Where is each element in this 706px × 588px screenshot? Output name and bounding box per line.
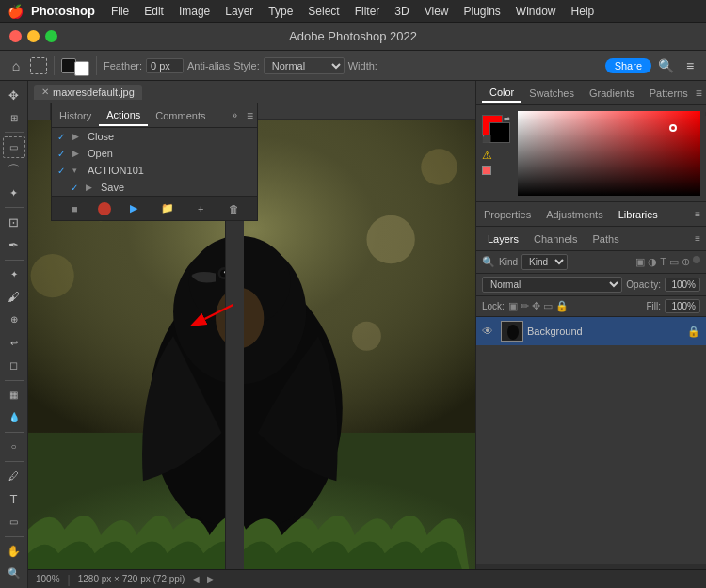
type-filter-icon[interactable]: T xyxy=(660,256,666,268)
stop-button[interactable]: ■ xyxy=(64,200,85,217)
zoom-tool[interactable]: 🔍 xyxy=(3,564,25,584)
lock-paint-icon[interactable]: ✏ xyxy=(521,300,529,312)
pen-tool[interactable]: 🖊 xyxy=(3,466,25,486)
bg-color-toolbar[interactable] xyxy=(74,61,89,76)
default-colors-icon[interactable]: ⬛ xyxy=(482,135,491,143)
blend-mode-select[interactable]: Normal Multiply Screen xyxy=(482,277,622,293)
background-color[interactable] xyxy=(489,122,510,143)
adjustment-filter-icon[interactable]: ◑ xyxy=(648,256,657,268)
menu-image[interactable]: Image xyxy=(172,3,217,20)
tab-gradients[interactable]: Gradients xyxy=(582,85,642,102)
shape-filter-icon[interactable]: ▭ xyxy=(669,256,679,268)
tab-adjustments[interactable]: Adjustments xyxy=(538,205,611,224)
filter-toggle[interactable] xyxy=(693,256,700,263)
tab-paths[interactable]: Paths xyxy=(586,230,627,247)
marquee-tool-left[interactable]: ▭ xyxy=(3,136,25,157)
tab-swatches[interactable]: Swatches xyxy=(521,85,582,102)
artboard-tool[interactable]: ⊞ xyxy=(3,107,25,128)
text-tool[interactable]: T xyxy=(3,488,25,509)
lock-transparent-icon[interactable]: ▣ xyxy=(508,300,518,312)
kind-select[interactable]: Kind xyxy=(521,254,568,270)
tab-color[interactable]: Color xyxy=(482,84,521,103)
tab-properties[interactable]: Properties xyxy=(476,205,538,224)
nav-next[interactable]: ▶ xyxy=(207,574,215,584)
color-panel-menu[interactable]: ≡ xyxy=(696,87,702,100)
canvas-tab[interactable]: ✕ maxresdefault.jpg xyxy=(34,85,142,100)
clone-stamp-tool[interactable]: ⊕ xyxy=(3,310,25,330)
action-row-open[interactable]: ✓ ▶ Open xyxy=(52,145,257,162)
blur-tool[interactable]: 💧 xyxy=(3,407,25,428)
tab-comments[interactable]: Comments xyxy=(148,106,213,125)
new-action-button[interactable]: + xyxy=(190,200,211,217)
props-menu-button[interactable]: ≡ xyxy=(689,209,706,219)
apple-menu[interactable]: 🍎 xyxy=(8,4,24,19)
eyedropper-tool[interactable]: ✒ xyxy=(3,234,25,255)
opacity-value[interactable]: 100% xyxy=(665,278,700,292)
menu-3d[interactable]: 3D xyxy=(388,3,415,20)
share-button[interactable]: Share xyxy=(605,58,651,73)
shape-tool[interactable]: ▭ xyxy=(3,511,25,532)
crop-tool[interactable]: ⊡ xyxy=(3,212,25,232)
panel-menu-button[interactable]: ≡ xyxy=(243,109,257,122)
action-row-close[interactable]: ✓ ▶ Close xyxy=(52,128,257,145)
record-button[interactable] xyxy=(98,202,111,215)
table-row[interactable]: 👁 Background 🔒 xyxy=(476,317,706,345)
gamut-warning-icon[interactable]: ⚠ xyxy=(482,149,510,162)
menu-file[interactable]: File xyxy=(104,3,136,20)
lock-artboard-icon[interactable]: ▭ xyxy=(543,300,553,312)
tab-channels[interactable]: Channels xyxy=(526,230,585,247)
small-color-swatch[interactable] xyxy=(482,166,491,175)
menu-type[interactable]: Type xyxy=(262,3,299,20)
layer-visibility-icon[interactable]: 👁 xyxy=(482,325,497,338)
fill-value[interactable]: 100% xyxy=(665,299,700,313)
action-row-save[interactable]: ✓ ▶ Save xyxy=(52,179,257,196)
tab-libraries[interactable]: Libraries xyxy=(611,205,666,224)
new-set-button[interactable]: 📁 xyxy=(157,200,178,217)
feather-value[interactable]: 0 px xyxy=(146,58,184,73)
brush-tool[interactable]: 🖌 xyxy=(3,287,25,308)
swap-colors-icon[interactable]: ⇄ xyxy=(504,115,510,123)
menu-window[interactable]: Window xyxy=(509,3,563,20)
delete-button[interactable]: 🗑 xyxy=(224,200,245,217)
eraser-tool[interactable]: ◻ xyxy=(3,355,25,375)
menu-help[interactable]: Help xyxy=(565,3,602,20)
menu-edit[interactable]: Edit xyxy=(137,3,170,20)
menu-plugins[interactable]: Plugins xyxy=(457,3,507,20)
dodge-tool[interactable]: ○ xyxy=(3,437,25,457)
style-select[interactable]: Normal Fixed Ratio Fixed Size xyxy=(264,57,345,74)
color-saturation-field[interactable] xyxy=(518,111,700,196)
menu-select[interactable]: Select xyxy=(301,3,345,20)
tab-layers[interactable]: Layers xyxy=(480,230,526,247)
panel-more-button[interactable]: » xyxy=(226,110,243,120)
history-brush-tool[interactable]: ↩ xyxy=(3,332,25,353)
hand-tool[interactable]: ✋ xyxy=(3,541,25,562)
home-icon[interactable]: ⌂ xyxy=(6,56,26,76)
lock-all-icon[interactable]: 🔒 xyxy=(555,300,569,312)
play-button[interactable]: ▶ xyxy=(123,200,144,217)
more-options-icon[interactable]: ≡ xyxy=(680,56,700,76)
tab-actions[interactable]: Actions xyxy=(99,105,148,126)
lock-position-icon[interactable]: ✥ xyxy=(532,300,540,312)
pixel-filter-icon[interactable]: ▣ xyxy=(635,256,645,268)
color-cursor[interactable] xyxy=(669,124,677,132)
layers-panel-menu[interactable]: ≡ xyxy=(689,233,706,244)
lasso-tool[interactable]: ⌒ xyxy=(3,160,25,181)
close-button[interactable] xyxy=(9,30,22,42)
nav-prev[interactable]: ◀ xyxy=(192,574,200,584)
menu-view[interactable]: View xyxy=(418,3,456,20)
action-row-action101[interactable]: ✓ ▾ ACTION101 xyxy=(52,162,257,179)
menu-layer[interactable]: Layer xyxy=(218,3,260,20)
move-tool[interactable]: ✥ xyxy=(3,85,25,105)
minimize-button[interactable] xyxy=(27,30,40,42)
menu-filter[interactable]: Filter xyxy=(348,3,387,20)
smartobj-filter-icon[interactable]: ⊕ xyxy=(682,256,690,268)
maximize-button[interactable] xyxy=(45,30,57,42)
magic-wand-tool[interactable]: ✦ xyxy=(3,183,25,203)
tab-close[interactable]: ✕ xyxy=(41,87,49,97)
gradient-tool[interactable]: ▦ xyxy=(3,384,25,405)
search-icon[interactable]: 🔍 xyxy=(655,56,676,76)
tab-patterns[interactable]: Patterns xyxy=(642,85,696,102)
spot-heal-tool[interactable]: ✦ xyxy=(3,263,25,284)
tab-history[interactable]: History xyxy=(52,106,99,125)
marquee-tool[interactable] xyxy=(30,57,47,74)
